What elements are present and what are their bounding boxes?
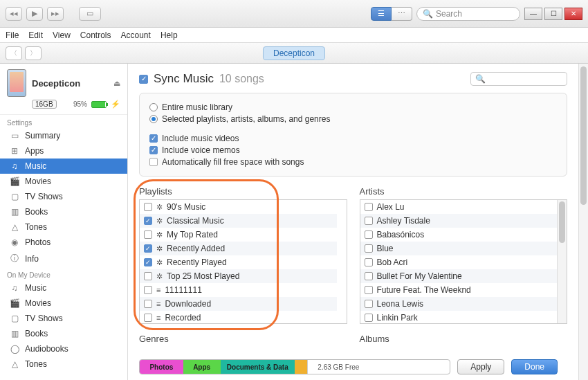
content-scrollbar[interactable] bbox=[578, 64, 588, 380]
sidebar-item-apps[interactable]: ⊞Apps bbox=[0, 143, 127, 159]
grid-view-icon[interactable]: ⋯ bbox=[392, 7, 412, 21]
sidebar-item-music[interactable]: ♫Music bbox=[0, 159, 127, 174]
playlist-checkbox[interactable] bbox=[144, 203, 152, 211]
sidebar-item-books[interactable]: ▥Books bbox=[0, 204, 127, 219]
playlist-row[interactable]: ✲90's Music bbox=[140, 200, 337, 214]
artists-title: Artists bbox=[360, 186, 568, 197]
playlist-checkbox[interactable] bbox=[144, 314, 152, 322]
sidebar-item-tones[interactable]: △Tones bbox=[0, 219, 127, 235]
sidebar-item-label: TV Shows bbox=[25, 192, 63, 201]
artist-checkbox[interactable] bbox=[365, 244, 373, 253]
playlist-checkbox[interactable] bbox=[144, 230, 152, 239]
device-pill[interactable]: Decepticon bbox=[263, 46, 325, 60]
menu-view[interactable]: View bbox=[53, 30, 71, 40]
artist-name: Linkin Park bbox=[377, 313, 418, 323]
artist-checkbox[interactable] bbox=[365, 230, 373, 239]
playlist-checkbox[interactable] bbox=[144, 300, 152, 308]
sidebar-item-summary[interactable]: ▭Summary bbox=[0, 128, 127, 143]
artist-checkbox[interactable] bbox=[365, 272, 373, 280]
artist-checkbox[interactable] bbox=[365, 217, 373, 225]
include-memos-checkbox[interactable]: ✓ bbox=[149, 146, 158, 154]
artist-row[interactable]: Babasónicos bbox=[360, 228, 558, 242]
back-button[interactable]: 〈 bbox=[6, 46, 22, 60]
playlist-row[interactable]: ≡11111111 bbox=[140, 283, 337, 297]
playlist-row[interactable]: ✲Top 25 Most Played bbox=[140, 269, 337, 283]
inline-search-input[interactable]: 🔍 bbox=[470, 72, 567, 86]
forward-button[interactable]: 〉 bbox=[25, 46, 42, 60]
sidebar-item-label: Tones bbox=[25, 222, 47, 232]
playlist-row[interactable]: ✓✲Recently Played bbox=[140, 255, 337, 269]
artist-row[interactable]: Alex Lu bbox=[360, 200, 558, 214]
menu-controls[interactable]: Controls bbox=[80, 30, 111, 40]
menu-account[interactable]: Account bbox=[121, 30, 151, 40]
sidebar-item-photos[interactable]: ◉Photos bbox=[0, 235, 127, 250]
autofill-checkbox[interactable] bbox=[149, 158, 158, 166]
next-track-button[interactable]: ▸▸ bbox=[47, 7, 64, 21]
playlist-checkbox[interactable]: ✓ bbox=[144, 258, 152, 266]
sidebar-item-tv-shows[interactable]: ▢TV Shows bbox=[0, 189, 127, 204]
sync-music-checkbox[interactable]: ✓ bbox=[139, 75, 148, 84]
radio-entire-library[interactable] bbox=[149, 103, 158, 111]
artist-row[interactable]: Bullet For My Valentine bbox=[360, 269, 558, 283]
playlist-name: 90's Music bbox=[167, 202, 205, 212]
artist-row[interactable]: Bob Acri bbox=[360, 255, 558, 269]
sidebar-icon: 🎬 bbox=[10, 298, 19, 308]
playlist-name: 11111111 bbox=[165, 285, 201, 295]
close-button[interactable]: ✕ bbox=[564, 8, 582, 20]
minimize-button[interactable]: — bbox=[524, 8, 542, 20]
content-area: ✓ Sync Music 10 songs 🔍 Entire music lib… bbox=[128, 64, 588, 380]
artist-checkbox[interactable] bbox=[365, 300, 373, 308]
artist-checkbox[interactable] bbox=[365, 286, 373, 294]
artist-checkbox[interactable] bbox=[365, 203, 373, 211]
playlists-listbox[interactable]: ✲90's Music✓✲Classical Music✲My Top Rate… bbox=[139, 199, 347, 324]
radio-selected-items[interactable] bbox=[149, 115, 158, 123]
menu-help[interactable]: Help bbox=[160, 30, 178, 40]
playlist-row[interactable]: ✲My Top Rated bbox=[140, 228, 337, 242]
sidebar-item-tv-shows[interactable]: ▢TV Shows bbox=[0, 311, 127, 326]
maximize-button[interactable]: ☐ bbox=[544, 8, 562, 20]
artist-row[interactable]: Linkin Park bbox=[360, 311, 558, 324]
menu-file[interactable]: File bbox=[6, 30, 19, 40]
playlist-row[interactable]: ✓✲Recently Added bbox=[140, 242, 337, 255]
play-button[interactable]: ▶ bbox=[26, 7, 43, 21]
playlist-row[interactable]: ✓✲Classical Music bbox=[140, 214, 337, 228]
artist-checkbox[interactable] bbox=[365, 314, 373, 322]
capacity-bar: PhotosAppsDocuments & Data2.63 GB Free bbox=[139, 359, 450, 374]
include-videos-checkbox[interactable]: ✓ bbox=[149, 134, 158, 143]
artists-scrollbar[interactable] bbox=[557, 200, 567, 323]
search-input[interactable]: 🔍 Search bbox=[416, 7, 520, 21]
artists-listbox[interactable]: Alex LuAshley TisdaleBabasónicosBlueBob … bbox=[360, 199, 568, 324]
artist-row[interactable]: Leona Lewis bbox=[360, 297, 558, 311]
sidebar-item-music[interactable]: ♫Music bbox=[0, 280, 127, 296]
sidebar-item-label: Movies bbox=[25, 177, 51, 186]
sidebar-icon: ◯ bbox=[10, 344, 19, 354]
playlist-type-icon: ✲ bbox=[156, 258, 163, 267]
sidebar-item-tones[interactable]: △Tones bbox=[0, 356, 127, 372]
airplay-button[interactable]: ▭ bbox=[79, 7, 101, 21]
artist-name: Alex Lu bbox=[377, 202, 405, 212]
sidebar-item-movies[interactable]: 🎬Movies bbox=[0, 296, 127, 311]
playlist-checkbox[interactable]: ✓ bbox=[144, 244, 152, 253]
playlist-row[interactable]: ≡Recorded bbox=[140, 311, 337, 324]
menu-edit[interactable]: Edit bbox=[28, 30, 43, 40]
sidebar-item-info[interactable]: ⓘInfo bbox=[0, 250, 127, 267]
artist-row[interactable]: Future Feat. The Weeknd bbox=[360, 283, 558, 297]
done-button[interactable]: Done bbox=[511, 359, 558, 374]
eject-icon[interactable]: ⏏ bbox=[113, 79, 120, 88]
apply-button[interactable]: Apply bbox=[457, 359, 504, 374]
artist-row[interactable]: Blue bbox=[360, 242, 558, 255]
prev-track-button[interactable]: ◂◂ bbox=[6, 7, 22, 21]
view-segmented-control[interactable]: ☰ ⋯ bbox=[371, 7, 412, 21]
list-view-icon[interactable]: ☰ bbox=[371, 7, 392, 21]
artist-checkbox[interactable] bbox=[365, 258, 373, 266]
sidebar-item-audiobooks[interactable]: ◯Audiobooks bbox=[0, 341, 127, 356]
artist-row[interactable]: Ashley Tisdale bbox=[360, 214, 558, 228]
playlist-checkbox[interactable] bbox=[144, 272, 152, 280]
radio-selected-label: Selected playlists, artists, albums, and… bbox=[162, 114, 330, 124]
sidebar-item-books[interactable]: ▥Books bbox=[0, 326, 127, 341]
playlist-checkbox[interactable] bbox=[144, 286, 152, 294]
sidebar-item-movies[interactable]: 🎬Movies bbox=[0, 174, 127, 189]
albums-title: Albums bbox=[360, 334, 568, 344]
playlist-row[interactable]: ≡Downloaded bbox=[140, 297, 337, 311]
playlist-checkbox[interactable]: ✓ bbox=[144, 217, 152, 225]
